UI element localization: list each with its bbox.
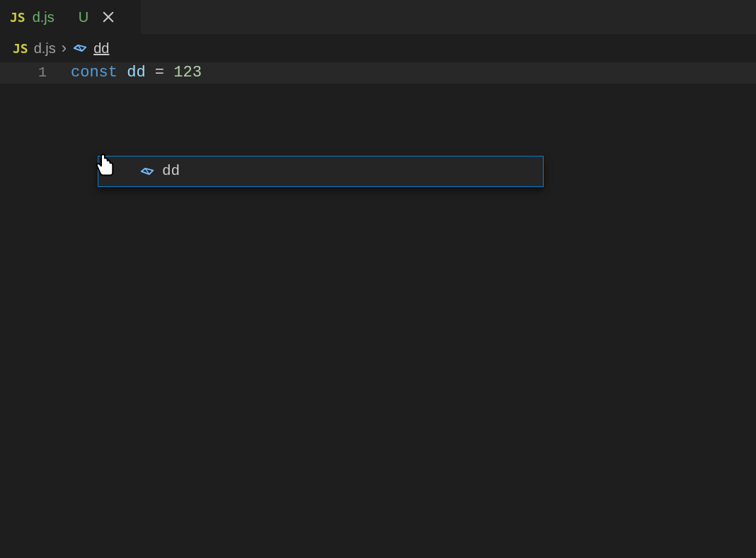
tab-bar: JS d.js U <box>0 0 756 34</box>
token-number: 123 <box>173 64 202 81</box>
editor-tab[interactable]: JS d.js U <box>0 0 142 34</box>
token-operator: = <box>155 64 164 81</box>
breadcrumb-symbol[interactable]: dd <box>93 40 109 57</box>
variable-icon <box>72 40 88 56</box>
dropdown-item[interactable]: dd <box>98 156 543 186</box>
chevron-right-icon: › <box>62 39 67 57</box>
tab-git-status-badge: U <box>79 9 88 25</box>
breadcrumb-file[interactable]: d.js <box>34 40 56 57</box>
js-file-icon: JS <box>13 41 28 56</box>
tab-filename: d.js <box>33 9 55 25</box>
line-content[interactable]: const dd = 123 <box>71 62 202 84</box>
js-file-icon: JS <box>10 10 25 25</box>
token-keyword: const <box>71 64 118 81</box>
breadcrumb-dropdown[interactable]: dd <box>98 156 544 187</box>
code-editor[interactable]: 1 const dd = 123 dd <box>0 62 756 84</box>
line-number: 1 <box>0 62 71 84</box>
close-icon[interactable] <box>101 10 115 24</box>
dropdown-item-label: dd <box>162 161 180 182</box>
variable-icon <box>139 164 155 179</box>
token-identifier: dd <box>127 64 145 81</box>
breadcrumb[interactable]: JS d.js › dd <box>0 34 756 62</box>
